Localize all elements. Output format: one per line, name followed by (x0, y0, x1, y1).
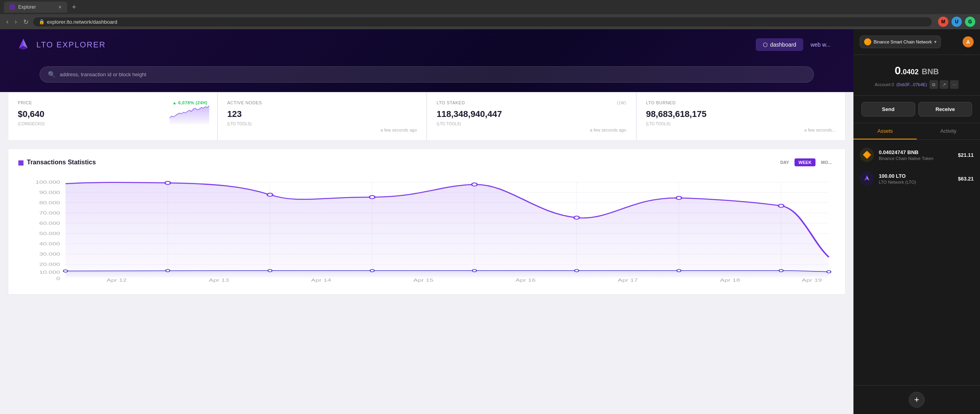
tab-activity[interactable]: Activity (917, 123, 980, 139)
staked-value: 118,348,940,447 (437, 109, 626, 119)
wallet-actions: Send Receive (853, 96, 980, 123)
nodes-value: 123 (227, 109, 417, 119)
asset-item-lto[interactable]: 100.00 LTO LTO Network (LTO) $63.21 (853, 167, 980, 190)
svg-text:Apr 17: Apr 17 (618, 278, 638, 282)
wallet-balance-section: 0.0402 BNB Account 0 (0xb3F...07b4E) ⧉ ↗… (853, 55, 980, 96)
balance-integer: 0 (895, 64, 901, 77)
burned-source: (LTO TOOLS) (646, 122, 836, 126)
svg-point-37 (267, 193, 273, 196)
svg-text:20.000: 20.000 (39, 262, 60, 267)
svg-point-41 (676, 196, 682, 199)
extension-icon-1[interactable]: M (938, 17, 948, 27)
stats-row: Price ▲ 6,078% (24h) $0,640 (COINGECKO) (8, 92, 846, 141)
burned-time: a few seconds... (646, 128, 836, 132)
nav-links: ⬡ dashboard web w... (756, 38, 838, 51)
svg-point-38 (369, 196, 375, 199)
asset-list: 🔶 0.04024747 BNB Binance Chain Native To… (853, 140, 980, 385)
svg-text:Apr 16: Apr 16 (516, 278, 536, 282)
chart-week-button[interactable]: WEEK (795, 158, 815, 166)
extension-icon-2[interactable]: U (952, 17, 962, 27)
nodes-time: a few seconds ago (227, 128, 417, 132)
balance-decimal: .0402 (901, 68, 919, 76)
wallet-tabs: Assets Activity (853, 123, 980, 140)
svg-text:60.000: 60.000 (39, 221, 60, 226)
staked-time: a few seconds ago (437, 128, 626, 132)
stat-card-price: Price ▲ 6,078% (24h) $0,640 (COINGECKO) (8, 92, 218, 141)
stat-card-staked: LTO Staked (1w) 118,348,940,447 (LTO TOO… (427, 92, 636, 141)
asset-name-bnb: 0.04024747 BNB (879, 149, 953, 155)
burned-value: 98,683,618,175 (646, 109, 836, 119)
svg-text:Apr 13: Apr 13 (209, 278, 229, 282)
wallet-balance-main: 0.0402 BNB (861, 64, 972, 77)
svg-point-47 (472, 269, 476, 272)
asset-info-lto: 100.00 LTO LTO Network (LTO) (879, 173, 953, 184)
site-header: LTO EXPLORER ⬡ dashboard web w... � (0, 29, 853, 92)
svg-text:10.000: 10.000 (39, 270, 60, 275)
svg-text:Apr 18: Apr 18 (720, 278, 740, 282)
chart-controls: DAY WEEK MO... (776, 158, 836, 166)
svg-point-50 (779, 269, 783, 272)
nav-dashboard[interactable]: ⬡ dashboard (756, 38, 803, 51)
asset-item-bnb[interactable]: 🔶 0.04024747 BNB Binance Chain Native To… (853, 143, 980, 167)
refresh-button[interactable]: ↻ (22, 17, 30, 27)
svg-text:40.000: 40.000 (39, 242, 60, 246)
svg-point-48 (575, 269, 579, 272)
price-label-text: Price (18, 100, 32, 105)
nav-web3[interactable]: web w... (803, 38, 838, 51)
network-label: Binance Smart Chain Network (874, 40, 932, 44)
svg-point-42 (778, 204, 784, 207)
more-options-button[interactable]: ··· (950, 80, 959, 89)
asset-icon-bnb: 🔶 (860, 148, 874, 162)
search-icon: 🔍 (48, 71, 56, 78)
sparkline (170, 104, 209, 124)
page-layout: LTO EXPLORER ⬡ dashboard web w... � (0, 29, 980, 414)
asset-subname-lto: LTO Network (LTO) (879, 180, 953, 184)
add-btn-container: + (853, 385, 980, 414)
svg-point-36 (165, 181, 170, 184)
address-bar[interactable]: 🔒 explorer.lto.network/dashboard (33, 17, 932, 26)
balance-currency: BNB (922, 67, 939, 76)
svg-text:80.000: 80.000 (39, 201, 60, 205)
search-bar[interactable]: 🔍 address, transaction id or block heigh… (40, 66, 814, 83)
new-tab-button[interactable]: + (72, 3, 76, 11)
asset-name-lto: 100.00 LTO (879, 173, 953, 179)
asset-subname-bnb: Binance Chain Native Token (879, 156, 953, 161)
forward-button[interactable]: › (13, 17, 18, 27)
browser-toolbar: ‹ › ↻ 🔒 explorer.lto.network/dashboard M… (0, 14, 980, 29)
open-external-button[interactable]: ↗ (940, 80, 948, 89)
chart-month-button[interactable]: MO... (817, 158, 836, 166)
asset-icon-lto (860, 171, 874, 186)
svg-text:90.000: 90.000 (39, 190, 60, 195)
wallet-account-icons: ⧉ ↗ ··· (929, 80, 959, 89)
chevron-down-icon: ▾ (934, 39, 936, 45)
receive-button[interactable]: Receive (918, 102, 972, 117)
url-text: explorer.lto.network/dashboard (47, 19, 117, 25)
nodes-label: Active Nodes (227, 100, 417, 105)
logo-explorer: EXPLORER (57, 40, 106, 49)
svg-text:Apr 14: Apr 14 (311, 278, 331, 282)
wallet-avatar[interactable]: A (963, 36, 974, 47)
network-selector[interactable]: 🔶 Binance Smart Chain Network ▾ (860, 36, 941, 48)
staked-source: (LTO TOOLS) (437, 122, 626, 126)
chart-day-button[interactable]: DAY (776, 158, 793, 166)
asset-value-bnb: $21.11 (958, 152, 974, 158)
extension-icon-3[interactable]: G (965, 17, 975, 27)
add-asset-button[interactable]: + (909, 392, 925, 408)
chart-section: ▦ Transactions Statistics DAY WEEK MO... (8, 149, 846, 295)
svg-text:70.000: 70.000 (39, 211, 60, 215)
tab-close-button[interactable]: × (59, 4, 62, 10)
asset-value-lto: $63.21 (958, 176, 974, 182)
staked-label-text: LTO Staked (437, 100, 465, 105)
send-button[interactable]: Send (861, 102, 915, 117)
copy-address-button[interactable]: ⧉ (929, 80, 938, 89)
search-bar-wrapper: 🔍 address, transaction id or block heigh… (16, 60, 838, 92)
logo-area: LTO EXPLORER (16, 37, 106, 52)
dashboard-icon: ⬡ (763, 41, 768, 48)
browser-tab[interactable]: Explorer × (4, 2, 67, 13)
wallet-header: 🔶 Binance Smart Chain Network ▾ A (853, 29, 980, 55)
tab-title: Explorer (18, 4, 36, 10)
back-button[interactable]: ‹ (5, 17, 10, 27)
tab-assets[interactable]: Assets (853, 123, 917, 139)
stat-card-nodes: Active Nodes 123 (LTO TOOLS) a few secon… (218, 92, 427, 141)
logo-text: LTO EXPLORER (36, 40, 106, 49)
